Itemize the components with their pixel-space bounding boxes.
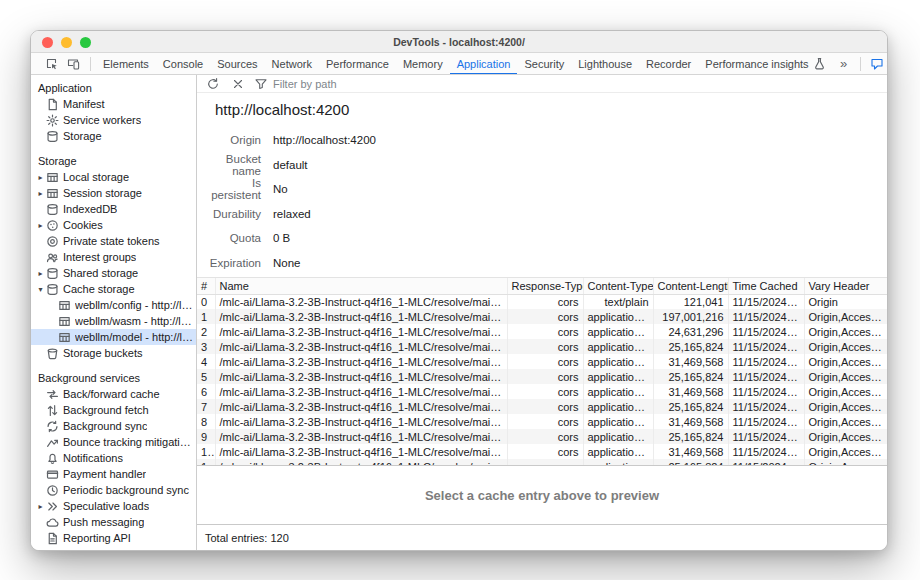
tab-elements[interactable]: Elements xyxy=(96,53,156,75)
cache-entry-row[interactable]: 7 /mlc-ai/Llama-3.2-3B-Instruct-q4f16_1-… xyxy=(197,399,887,414)
twisty-collapsed-icon[interactable]: ▸ xyxy=(35,502,46,511)
twisty-collapsed-icon[interactable]: ▸ xyxy=(35,269,46,278)
cell-time-cached: 11/15/2024, 10… xyxy=(728,339,804,354)
sidebar-item-speculative-loads[interactable]: ▸Speculative loads xyxy=(31,498,196,514)
column-header-name[interactable]: Name xyxy=(215,278,507,294)
tab-label: Recorder xyxy=(646,58,691,70)
sidebar-item-label: IndexedDB xyxy=(63,203,117,215)
tab-label: Performance xyxy=(326,58,389,70)
sidebar-item-storage[interactable]: Storage xyxy=(31,128,196,144)
sidebar-item-label: Background sync xyxy=(63,420,147,432)
devtools-content: Application Manifest Service workers Sto… xyxy=(31,75,887,550)
sidebar-item-cache-storage[interactable]: ▾Cache storage xyxy=(31,281,196,297)
tab-security[interactable]: Security xyxy=(517,53,571,75)
cache-entry-row[interactable]: 6 /mlc-ai/Llama-3.2-3B-Instruct-q4f16_1-… xyxy=(197,384,887,399)
sidebar-item-manifest[interactable]: Manifest xyxy=(31,96,196,112)
sidebar-item-service-workers[interactable]: Service workers xyxy=(31,112,196,128)
cache-entry-row[interactable]: 4 /mlc-ai/Llama-3.2-3B-Instruct-q4f16_1-… xyxy=(197,354,887,369)
sidebar-item-payment-handler[interactable]: Payment handler xyxy=(31,466,196,482)
tab-performance-insights[interactable]: Performance insights xyxy=(698,53,832,75)
cell-name: /mlc-ai/Llama-3.2-3B-Instruct-q4f16_1-ML… xyxy=(215,309,507,324)
twisty-collapsed-icon[interactable]: ▸ xyxy=(35,173,46,182)
more-tabs-button[interactable]: » xyxy=(833,54,855,74)
metadata-label: Bucket name xyxy=(209,153,261,177)
sidebar-item-back-forward-cache[interactable]: Back/forward cache xyxy=(31,386,196,402)
tab-lighthouse[interactable]: Lighthouse xyxy=(571,53,639,75)
tab-recorder[interactable]: Recorder xyxy=(639,53,698,75)
cache-entry-row[interactable]: 5 /mlc-ai/Llama-3.2-3B-Instruct-q4f16_1-… xyxy=(197,369,887,384)
refresh-button[interactable] xyxy=(204,76,222,92)
metadata-value: default xyxy=(273,159,887,171)
column-header-content-length[interactable]: Content-Length xyxy=(653,278,728,294)
tab-console[interactable]: Console xyxy=(156,53,210,75)
cache-entry-row[interactable]: 3 /mlc-ai/Llama-3.2-3B-Instruct-q4f16_1-… xyxy=(197,339,887,354)
device-toolbar-button[interactable] xyxy=(63,54,85,74)
sidebar-item-label: Push messaging xyxy=(63,516,144,528)
cell-vary-header: Origin,Access… xyxy=(804,354,887,369)
tab-network[interactable]: Network xyxy=(265,53,319,75)
cell-response-type: cors xyxy=(507,429,583,444)
cache-entry-row[interactable]: 9 /mlc-ai/Llama-3.2-3B-Instruct-q4f16_1-… xyxy=(197,429,887,444)
sync-arrows-icon xyxy=(46,420,59,433)
cell-content-type: application/oc… xyxy=(583,429,653,444)
sidebar-item-shared-storage[interactable]: ▸Shared storage xyxy=(31,265,196,281)
cell-name: /mlc-ai/Llama-3.2-3B-Instruct-q4f16_1-ML… xyxy=(215,384,507,399)
sidebar-item-bounce-tracking-mitigations[interactable]: Bounce tracking mitigations xyxy=(31,434,196,450)
cell-index: 9 xyxy=(197,429,215,444)
sidebar-item-indexeddb[interactable]: IndexedDB xyxy=(31,201,196,217)
tab-sources[interactable]: Sources xyxy=(210,53,264,75)
cell-vary-header: Origin,Access… xyxy=(804,324,887,339)
sidebar-item-background-sync[interactable]: Background sync xyxy=(31,418,196,434)
filter-by-path-input[interactable] xyxy=(273,78,403,90)
cache-entry-row[interactable]: 10 /mlc-ai/Llama-3.2-3B-Instruct-q4f16_1… xyxy=(197,444,887,459)
column-header-response-type[interactable]: Response-Type xyxy=(507,278,583,294)
column-header-vary-header[interactable]: Vary Header xyxy=(804,278,887,294)
column-header-index[interactable]: # xyxy=(197,278,215,294)
total-entries-text: Total entries: 120 xyxy=(205,532,289,544)
cache-entry-row[interactable]: 0 /mlc-ai/Llama-3.2-3B-Instruct-q4f16_1-… xyxy=(197,294,887,309)
sidebar-item-interest-groups[interactable]: Interest groups xyxy=(31,249,196,265)
sidebar-item-local-storage[interactable]: ▸Local storage xyxy=(31,169,196,185)
twisty-collapsed-icon[interactable]: ▸ xyxy=(35,221,46,230)
table-grid-icon xyxy=(58,315,71,328)
tab-memory[interactable]: Memory xyxy=(396,53,450,75)
column-header-time-cached[interactable]: Time Cached xyxy=(728,278,804,294)
tab-label: Application xyxy=(457,58,511,70)
metadata-value: None xyxy=(273,257,887,269)
sidebar-item-background-fetch[interactable]: Background fetch xyxy=(31,402,196,418)
cache-entry-row[interactable]: 2 /mlc-ai/Llama-3.2-3B-Instruct-q4f16_1-… xyxy=(197,324,887,339)
cell-content-type: application/oc… xyxy=(583,444,653,459)
traffic-light-close-button[interactable] xyxy=(42,37,53,48)
traffic-light-zoom-button[interactable] xyxy=(80,37,91,48)
cell-name: /mlc-ai/Llama-3.2-3B-Instruct-q4f16_1-ML… xyxy=(215,399,507,414)
cache-entry-row[interactable]: 1 /mlc-ai/Llama-3.2-3B-Instruct-q4f16_1-… xyxy=(197,309,887,324)
cell-time-cached: 11/15/2024, 10… xyxy=(728,294,804,309)
traffic-lights xyxy=(42,37,91,48)
column-header-content-type[interactable]: Content-Type xyxy=(583,278,653,294)
sidebar-item-cache-webllm-model[interactable]: webllm/model - http://loc… xyxy=(31,329,196,345)
cache-entry-row[interactable]: 8 /mlc-ai/Llama-3.2-3B-Instruct-q4f16_1-… xyxy=(197,414,887,429)
tab-performance[interactable]: Performance xyxy=(319,53,396,75)
cell-content-type: application/oc… xyxy=(583,309,653,324)
twisty-collapsed-icon[interactable]: ▸ xyxy=(35,189,46,198)
sidebar-item-periodic-background-sync[interactable]: Periodic background sync xyxy=(31,482,196,498)
sidebar-item-private-state-tokens[interactable]: Private state tokens xyxy=(31,233,196,249)
tab-application[interactable]: Application xyxy=(450,53,518,75)
sidebar-item-notifications[interactable]: Notifications xyxy=(31,450,196,466)
table-grid-icon xyxy=(46,171,59,184)
cell-index: 0 xyxy=(197,294,215,309)
sidebar-item-storage-buckets[interactable]: Storage buckets xyxy=(31,345,196,361)
cell-content-length: 25,165,824 xyxy=(653,399,728,414)
inspect-element-button[interactable] xyxy=(41,54,63,74)
console-drawer-button[interactable]: 3 xyxy=(866,54,887,74)
delete-selected-button[interactable] xyxy=(229,76,247,92)
sidebar-item-session-storage[interactable]: ▸Session storage xyxy=(31,185,196,201)
sidebar-item-reporting-api[interactable]: Reporting API xyxy=(31,530,196,546)
traffic-light-minimize-button[interactable] xyxy=(61,37,72,48)
sidebar-item-cache-webllm-wasm[interactable]: webllm/wasm - http://loca… xyxy=(31,313,196,329)
sidebar-item-cache-webllm-config[interactable]: webllm/config - http://loc… xyxy=(31,297,196,313)
metadata-label: Expiration xyxy=(209,257,261,269)
twisty-expanded-icon[interactable]: ▾ xyxy=(35,285,46,294)
sidebar-item-cookies[interactable]: ▸Cookies xyxy=(31,217,196,233)
sidebar-item-push-messaging[interactable]: Push messaging xyxy=(31,514,196,530)
